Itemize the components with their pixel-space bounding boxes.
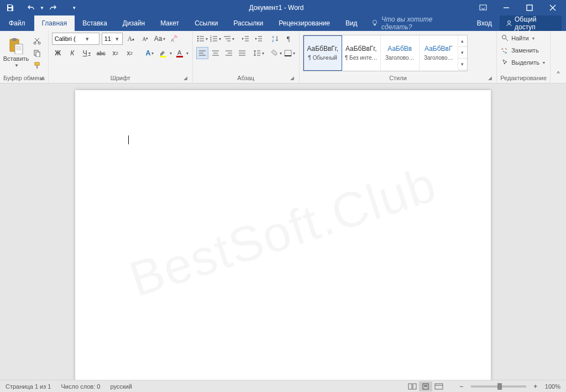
show-marks-icon[interactable]: ¶ <box>282 33 295 45</box>
styles-more-icon[interactable]: ▾ <box>458 59 467 70</box>
read-mode-icon[interactable] <box>406 381 419 391</box>
copy-icon[interactable] <box>31 48 43 59</box>
zoom-out-icon[interactable]: − <box>455 381 468 392</box>
title-bar: ▼ ▾ Документ1 - Word <box>0 0 566 15</box>
svg-rect-61 <box>285 50 291 56</box>
select-button[interactable]: Выделить▾ <box>500 57 547 68</box>
status-language[interactable]: русский <box>110 383 132 390</box>
font-name-combo[interactable]: Calibri (Осно▾ <box>52 33 99 45</box>
svg-point-23 <box>197 36 198 37</box>
svg-text:3: 3 <box>210 39 212 42</box>
font-size-combo[interactable]: 11▾ <box>102 33 123 45</box>
tab-mailings[interactable]: Рассылки <box>226 15 271 31</box>
style-normal[interactable]: АаБбВвГг, ¶ Обычный <box>303 35 342 71</box>
tab-insert[interactable]: Вставка <box>75 15 115 31</box>
shading-icon[interactable]: ▾ <box>269 47 282 59</box>
svg-text:Z: Z <box>272 39 274 43</box>
paragraph-launcher-icon[interactable]: ◢ <box>289 75 296 82</box>
svg-rect-22 <box>176 56 183 58</box>
paste-button[interactable]: Вставить ▼ <box>3 35 29 71</box>
share-button[interactable]: Общий доступ <box>500 15 562 31</box>
bullets-icon[interactable]: ▾ <box>196 33 208 45</box>
svg-rect-17 <box>35 62 39 65</box>
maximize-button[interactable] <box>518 1 541 14</box>
strikethrough-icon[interactable]: abc <box>95 47 107 59</box>
group-editing: Найти▾ ab Заменить Выделить▾ Редактирова… <box>497 31 551 83</box>
collapse-ribbon-icon[interactable]: ˄ <box>551 31 566 83</box>
multilevel-list-icon[interactable]: ▾ <box>223 33 235 45</box>
redo-icon[interactable] <box>46 1 60 14</box>
replace-icon: ab <box>501 46 509 54</box>
change-case-icon[interactable]: Aa▾ <box>154 33 166 45</box>
format-painter-icon[interactable] <box>31 60 43 71</box>
status-word-count[interactable]: Число слов: 0 <box>61 383 100 390</box>
clipboard-launcher-icon[interactable]: ◢ <box>38 75 45 82</box>
tab-home[interactable]: Главная <box>34 15 75 31</box>
zoom-in-icon[interactable]: + <box>530 381 542 392</box>
minimize-button[interactable] <box>495 1 517 14</box>
line-spacing-icon[interactable]: ▾ <box>253 47 265 59</box>
styles-launcher-icon[interactable]: ◢ <box>486 75 493 82</box>
justify-icon[interactable] <box>236 47 248 59</box>
tab-references[interactable]: Ссылки <box>187 15 226 31</box>
italic-button[interactable]: К <box>66 47 78 59</box>
document-page[interactable] <box>75 90 491 380</box>
bold-button[interactable]: Ж <box>52 47 64 59</box>
sort-icon[interactable]: AZ <box>269 33 281 45</box>
group-clipboard: Вставить ▼ Буфер обмена◢ <box>0 31 49 83</box>
close-button[interactable] <box>542 1 564 14</box>
signin-button[interactable]: Вход <box>471 19 497 27</box>
style-no-spacing[interactable]: АаБбВвГг, ¶ Без инте… <box>342 35 381 71</box>
group-label-font: Шрифт <box>111 75 130 81</box>
superscript-icon[interactable]: x2 <box>124 47 136 59</box>
styles-scroll-up-icon[interactable]: ▴ <box>458 35 467 47</box>
find-button[interactable]: Найти▾ <box>500 33 547 44</box>
grow-font-icon[interactable]: A▴ <box>125 33 137 45</box>
borders-icon[interactable]: ▾ <box>284 47 296 59</box>
tab-layout[interactable]: Макет <box>153 15 187 31</box>
svg-point-27 <box>197 40 198 41</box>
numbering-icon[interactable]: 123▾ <box>209 33 222 45</box>
svg-rect-1 <box>8 8 12 11</box>
font-color-icon[interactable]: A▾ <box>175 47 189 59</box>
group-styles: АаБбВвГг, ¶ Обычный АаБбВвГг, ¶ Без инте… <box>300 31 497 83</box>
print-layout-icon[interactable] <box>419 381 432 391</box>
styles-scroll-down-icon[interactable]: ▾ <box>458 47 467 59</box>
document-area[interactable]: BestSoft.Club <box>0 83 566 380</box>
style-heading1[interactable]: АаБбВв Заголово… <box>381 35 420 71</box>
style-heading2[interactable]: АаБбВвГ Заголово… <box>420 35 458 71</box>
select-icon <box>501 59 509 66</box>
svg-rect-16 <box>36 52 40 57</box>
tab-design[interactable]: Дизайн <box>115 15 153 31</box>
align-right-icon[interactable] <box>223 47 235 59</box>
ribbon-display-icon[interactable] <box>472 1 494 14</box>
font-launcher-icon[interactable]: ◢ <box>182 75 189 82</box>
zoom-slider[interactable] <box>471 385 526 388</box>
tab-review[interactable]: Рецензирование <box>271 15 338 31</box>
cut-icon[interactable] <box>31 35 43 46</box>
tab-view[interactable]: Вид <box>338 15 365 31</box>
undo-dropdown-icon[interactable]: ▼ <box>39 1 45 14</box>
zoom-level[interactable]: 100% <box>545 383 560 390</box>
tab-file[interactable]: Файл <box>0 15 34 31</box>
clear-formatting-icon[interactable]: A <box>168 33 180 45</box>
replace-button[interactable]: ab Заменить <box>500 45 547 56</box>
underline-button[interactable]: Ч▾ <box>81 47 93 59</box>
shrink-font-icon[interactable]: A▾ <box>139 33 151 45</box>
save-icon[interactable] <box>3 1 17 14</box>
undo-icon[interactable] <box>24 1 38 14</box>
decrease-indent-icon[interactable] <box>239 33 251 45</box>
subscript-icon[interactable]: x2 <box>109 47 122 59</box>
increase-indent-icon[interactable] <box>253 33 265 45</box>
qat-customize-icon[interactable]: ▾ <box>67 1 81 14</box>
svg-rect-9 <box>15 44 23 54</box>
tell-me-search[interactable]: Что вы хотите сделать? <box>365 15 467 31</box>
web-layout-icon[interactable] <box>432 381 446 391</box>
highlight-icon[interactable]: ▾ <box>158 47 172 59</box>
align-left-icon[interactable] <box>196 47 208 59</box>
align-center-icon[interactable] <box>209 47 222 59</box>
svg-rect-0 <box>8 5 12 7</box>
text-effects-icon[interactable]: A▾ <box>144 47 156 59</box>
status-page[interactable]: Страница 1 из 1 <box>6 383 51 390</box>
lightbulb-icon <box>371 19 378 27</box>
